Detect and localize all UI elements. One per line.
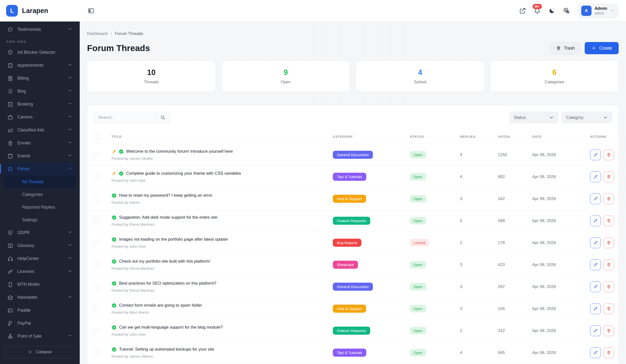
sidebar-section-label: ADD-ONS <box>4 40 76 43</box>
open-site-button[interactable] <box>519 7 526 14</box>
create-button[interactable]: Create <box>585 42 619 54</box>
edit-button[interactable] <box>590 150 601 160</box>
row-checkbox[interactable] <box>94 328 99 333</box>
dark-mode-button[interactable] <box>548 7 555 14</box>
sidebar-item-ad-blocker-detector[interactable]: Ad Blocker Detector <box>4 46 76 59</box>
edit-button[interactable] <box>590 194 601 204</box>
sidebar-toggle-button[interactable] <box>87 7 94 14</box>
sidebar-subitem-categories[interactable]: Categories <box>4 188 76 201</box>
breadcrumb-dashboard[interactable]: Dashboard <box>87 31 107 36</box>
row-checkbox[interactable] <box>94 284 99 290</box>
chevron-down-icon <box>68 75 72 81</box>
row-checkbox[interactable] <box>94 218 99 224</box>
category-filter-select[interactable]: Category <box>562 112 612 123</box>
edit-button[interactable] <box>590 325 601 336</box>
row-checkbox[interactable] <box>94 306 99 311</box>
search-input[interactable] <box>94 112 156 123</box>
sidebar-item-billing[interactable]: Billing <box>4 72 76 85</box>
chevron-up-icon <box>68 166 72 172</box>
sidebar-item-mtn-momo[interactable]: MTN MoMo <box>4 278 76 291</box>
notifications-button[interactable]: 99+ <box>534 7 541 14</box>
delete-button[interactable] <box>603 325 614 336</box>
sidebar-item-paypal[interactable]: PayPal <box>4 317 76 330</box>
sidebar-item-gdpr[interactable]: GDPR <box>4 226 76 239</box>
sidebar-item-blog[interactable]: Blog <box>4 85 76 98</box>
sidebar-item-glossary[interactable]: Glossary <box>4 239 76 252</box>
status-filter-select[interactable]: Status <box>509 112 558 123</box>
column-header-date: DATE <box>532 135 590 138</box>
edit-button[interactable] <box>590 237 601 248</box>
stat-label: Solved <box>414 80 426 84</box>
search-button[interactable] <box>156 112 170 123</box>
sidebar-item-label: Appointments <box>17 63 43 68</box>
row-checkbox[interactable] <box>94 174 99 180</box>
sidebar-item-label: Envato <box>17 140 31 146</box>
thread-title[interactable]: Can we get multi-language support for th… <box>119 325 223 330</box>
votes-count: 423 <box>498 262 532 267</box>
check-circle-icon <box>118 149 124 154</box>
select-all-checkbox[interactable] <box>94 134 99 139</box>
stat-value: 9 <box>284 68 288 77</box>
edit-button[interactable] <box>590 260 601 270</box>
delete-button[interactable] <box>603 281 614 292</box>
sidebar-item-helpcenter[interactable]: HelpCenter <box>4 252 76 265</box>
sidebar-item-label: Glossary <box>17 243 34 248</box>
sidebar-item-label: Events <box>17 153 31 159</box>
sidebar-subitem-reported-replies[interactable]: Reported Replies <box>4 201 76 214</box>
delete-button[interactable] <box>603 260 614 270</box>
sidebar-item-paddle[interactable]: Paddle <box>4 304 76 317</box>
row-checkbox[interactable] <box>94 152 99 158</box>
delete-button[interactable] <box>603 194 614 204</box>
stat-value: 10 <box>147 68 156 77</box>
thread-title[interactable]: Best practices for SEO optimization on t… <box>119 281 216 286</box>
trash-button[interactable]: Trash <box>550 42 581 54</box>
delete-button[interactable] <box>603 215 614 226</box>
language-button[interactable] <box>563 7 570 14</box>
row-checkbox[interactable] <box>94 262 99 267</box>
thread-title[interactable]: How to reset my password? I keep getting… <box>119 193 212 198</box>
user-meta: Admin admin <box>595 6 607 15</box>
sidebar-item-events[interactable]: Events <box>4 150 76 163</box>
thread-title[interactable]: Complete guide to customizing your theme… <box>126 171 241 176</box>
edit-button[interactable] <box>590 171 601 182</box>
thread-author: Posted by John Doe <box>112 332 328 337</box>
status-badge: Open <box>410 283 426 291</box>
trash-button-label: Trash <box>564 46 575 51</box>
sidebar-item-booking[interactable]: Booking <box>4 98 76 111</box>
sidebar-item-envato[interactable]: Envato <box>4 136 76 150</box>
sidebar-item-point-of-sale[interactable]: Point of Sale <box>4 330 76 342</box>
thread-title[interactable]: Contact form emails are going to spam fo… <box>119 303 202 308</box>
sidebar-item-newsletter[interactable]: Newsletter <box>4 291 76 304</box>
delete-button[interactable] <box>603 303 614 314</box>
edit-button[interactable] <box>590 215 601 226</box>
thread-title[interactable]: Suggestion: Add dark mode support for th… <box>119 215 217 220</box>
sidebar-item-forum[interactable]: Forum <box>4 163 76 175</box>
thread-title[interactable]: Welcome to the community forum! Introduc… <box>126 149 233 154</box>
edit-button[interactable] <box>590 281 601 292</box>
sidebar-item-licenses[interactable]: Licenses <box>4 265 76 278</box>
page-header: Forum Threads Trash Create <box>87 42 619 54</box>
sidebar-item-testimonials[interactable]: Testimonials <box>4 23 76 36</box>
user-menu[interactable]: A Admin admin <box>578 4 618 18</box>
collapse-sidebar-button[interactable]: Collapse <box>4 346 76 358</box>
row-checkbox[interactable] <box>94 196 99 201</box>
sidebar-item-classified-ads[interactable]: Classified Ads <box>4 124 76 136</box>
edit-button[interactable] <box>590 303 601 314</box>
sidebar-item-appointments[interactable]: Appointments <box>4 59 76 72</box>
sidebar-item-careers[interactable]: Careers <box>4 111 76 124</box>
edit-button[interactable] <box>590 347 601 358</box>
delete-button[interactable] <box>603 171 614 182</box>
row-checkbox[interactable] <box>94 240 99 245</box>
row-checkbox[interactable] <box>94 350 99 356</box>
sidebar-subitem-all-threads[interactable]: All Threads <box>4 175 76 188</box>
delete-button[interactable] <box>603 237 614 248</box>
sidebar-subitem-settings[interactable]: Settings <box>4 214 76 226</box>
thread-title[interactable]: Images not loading on the portfolio page… <box>119 237 228 242</box>
delete-button[interactable] <box>603 347 614 358</box>
thread-title[interactable]: Check out my portfolio site built with t… <box>119 259 210 264</box>
delete-button[interactable] <box>603 150 614 160</box>
status-badge: Open <box>410 261 426 268</box>
chevron-down-icon <box>68 268 72 275</box>
thread-title[interactable]: Tutorial: Setting up automated backups f… <box>119 347 214 352</box>
category-badge: Feature Requests <box>333 217 370 225</box>
